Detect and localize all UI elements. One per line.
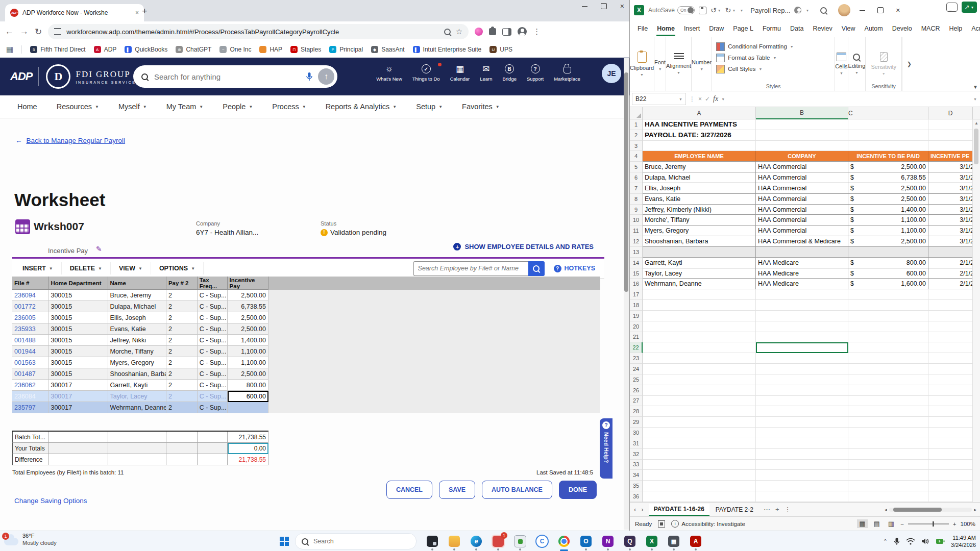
row-number[interactable]: 1	[630, 119, 643, 130]
cell-c[interactable]	[848, 481, 928, 491]
ribbon-group[interactable]: Cells ▼	[835, 37, 848, 91]
nav-item[interactable]: People ▼	[223, 103, 253, 111]
start-button[interactable]	[280, 537, 289, 546]
taskbar-app-icon[interactable]: 1	[492, 535, 505, 548]
table-row[interactable]: 001563 300015 Myers, Gregory 2 C - Sup..…	[12, 357, 268, 368]
back-icon[interactable]: ←	[5, 27, 14, 37]
taskbar-app-icon[interactable]: N	[601, 535, 615, 548]
nav-item[interactable]: Home	[17, 103, 37, 111]
taskbar-app-icon[interactable]: C	[535, 535, 549, 548]
cell-incentive-pay[interactable]: 800.00	[228, 380, 268, 391]
row-number[interactable]: 24	[630, 364, 643, 374]
cell-tax-frequency[interactable]: C - Sup...	[198, 335, 228, 346]
cell-a[interactable]	[643, 374, 756, 385]
toolbar-menu[interactable]: INSERT ▼	[14, 262, 62, 274]
cell-b[interactable]	[756, 417, 848, 428]
cell-file-number[interactable]: 001488	[12, 335, 48, 346]
title-chevron-icon[interactable]: ▼	[805, 9, 809, 12]
page-break-view-icon[interactable]: ▥	[886, 519, 896, 528]
cell-b[interactable]: HAA Commercial	[756, 205, 848, 215]
cell-c[interactable]	[848, 332, 928, 343]
row-number[interactable]: 2	[630, 130, 643, 141]
scroll-left-icon[interactable]: ◂	[885, 507, 887, 512]
header-action[interactable]: ✓ Things to Do	[412, 64, 440, 82]
scroll-right-icon[interactable]: ▸	[974, 507, 976, 512]
sheet-tab[interactable]: PAYDATE 1-16-26	[649, 504, 709, 516]
column-header-d[interactable]: D	[928, 107, 973, 119]
cell-tax-frequency[interactable]: C - Sup...	[198, 357, 228, 368]
cell-incentive-pay[interactable]: 1,400.00	[228, 335, 268, 346]
cell-incentive-pay[interactable]: 2,500.00	[228, 323, 268, 335]
col-header-name[interactable]: Name	[108, 277, 166, 290]
ribbon-tab[interactable]: Acrob	[967, 21, 980, 36]
ribbon-group[interactable]: Clipboard ▼	[630, 37, 654, 91]
cell-b[interactable]	[756, 481, 848, 491]
cell-c[interactable]	[848, 396, 928, 407]
cell-file-number[interactable]: 001772	[12, 301, 48, 312]
cell-b[interactable]: HAA Commercial	[756, 215, 848, 226]
nav-item[interactable]: Reports & Analytics ▼	[326, 103, 397, 111]
cell-incentive-pay[interactable]: 600.00	[228, 391, 268, 402]
row-number[interactable]: 20	[630, 321, 643, 332]
cell-c[interactable]	[848, 311, 928, 321]
toolbar-menu[interactable]: VIEW ▼	[111, 262, 151, 274]
sheet-prev-icon[interactable]: ‹	[634, 506, 636, 513]
cell-a[interactable]: Bruce, Jeremy	[643, 162, 756, 172]
cell-a[interactable]: Jeffrey, Kimberly (Nikki)	[643, 205, 756, 215]
cell-b[interactable]	[756, 374, 848, 385]
confirm-entry-icon[interactable]: ✓	[705, 95, 710, 103]
cell-a[interactable]: Wehrmann, Deanne	[643, 279, 756, 289]
header-action[interactable]: ☼ What's New	[376, 64, 402, 82]
cell-c[interactable]	[848, 247, 928, 258]
global-search[interactable]: ↑	[133, 65, 337, 88]
ribbon-group[interactable]: Number ▼	[692, 37, 712, 91]
browser-tab[interactable]: ADP ADP Workforce Now - Workshe ×	[5, 4, 144, 21]
cell-a[interactable]: Myers, Gregory	[643, 226, 756, 236]
cell-b[interactable]: COMPANY	[756, 151, 848, 162]
styles-item[interactable]: Format as Table ▼	[716, 52, 794, 63]
cell-incentive-pay[interactable]: 6,738.55	[228, 301, 268, 312]
styles-item[interactable]: Cell Styles ▼	[716, 63, 794, 74]
row-number[interactable]: 35	[630, 481, 643, 491]
table-row[interactable]: 235933 300015 Evans, Katie 2 C - Sup... …	[12, 323, 268, 335]
toolbar-menu[interactable]: DELETE ▼	[62, 262, 111, 274]
bookmark-item[interactable]: HAP	[259, 46, 282, 53]
cell-a[interactable]	[643, 289, 756, 300]
row-number[interactable]: 14	[630, 258, 643, 268]
cell-a[interactable]: Morche', Tiffany	[643, 215, 756, 226]
select-all-corner[interactable]	[630, 107, 643, 119]
cell-b[interactable]: HAA Medicare	[756, 279, 848, 289]
cell-home-department[interactable]: 300017	[48, 380, 108, 391]
cell-c[interactable]: $ 2,500.00	[848, 162, 928, 172]
edit-pencil-icon[interactable]: ✎	[96, 245, 102, 253]
cell-c[interactable]	[848, 353, 928, 364]
user-avatar[interactable]: JE	[602, 64, 621, 83]
col-header-pay[interactable]: Pay # 2	[166, 277, 198, 290]
comments-icon[interactable]	[946, 3, 958, 12]
cell-a[interactable]	[643, 491, 756, 502]
ribbon-tab[interactable]: File	[633, 21, 652, 36]
apps-grid-icon[interactable]: ▦	[6, 45, 13, 54]
ribbon-group[interactable]: Font ▼	[654, 37, 666, 91]
cell-b[interactable]	[756, 364, 848, 374]
share-button[interactable]: ↗▼	[962, 2, 977, 13]
cell-a[interactable]: Dulapa, Michael	[643, 172, 756, 183]
ribbon-tab[interactable]: Home	[652, 21, 679, 36]
cell-b[interactable]	[756, 119, 848, 130]
cell-c[interactable]	[848, 374, 928, 385]
table-row[interactable]: 001488 300015 Jeffrey, Nikki 2 C - Sup..…	[12, 335, 268, 346]
cell-c[interactable]	[848, 364, 928, 374]
cell-b[interactable]: HAA Commercial	[756, 172, 848, 183]
header-action[interactable]: ▦ Calendar	[450, 64, 470, 82]
cell-incentive-pay[interactable]: 1,100.00	[228, 346, 268, 357]
zoom-out-icon[interactable]: −	[900, 521, 904, 527]
ribbon-tab[interactable]: Autom	[860, 21, 888, 36]
bookmark-item[interactable]: 5 Fifth Third Direct	[30, 46, 85, 53]
cell-c[interactable]: $ 1,100.00	[848, 226, 928, 236]
cell-b[interactable]: HAA Commercial	[756, 162, 848, 172]
cell-file-number[interactable]: 001944	[12, 346, 48, 357]
cell-a[interactable]	[643, 449, 756, 460]
account-avatar[interactable]	[838, 4, 850, 16]
autosave-toggle[interactable]: AutoSave On	[648, 6, 695, 14]
table-row[interactable]: 236062 300017 Garrett, Kayti 2 C - Sup..…	[12, 380, 268, 391]
